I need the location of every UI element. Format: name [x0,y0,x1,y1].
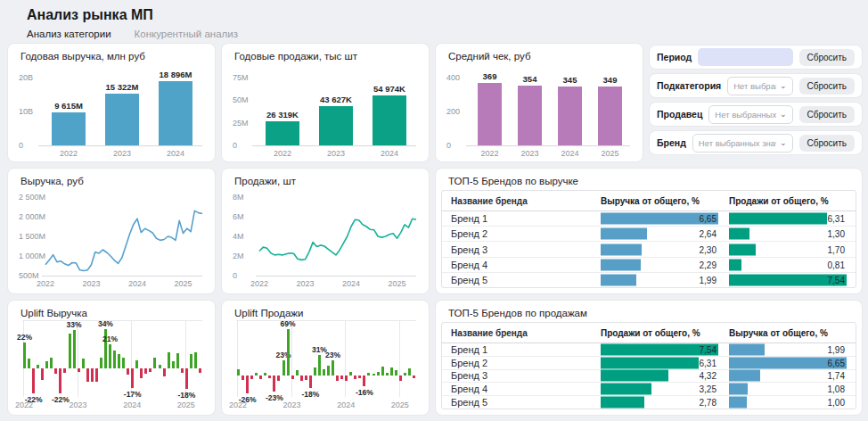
chevron-down-icon: ⌄ [780,110,787,119]
percent-bar [601,274,636,285]
uplift-bar-negative [305,376,307,380]
select-placeholder: Нет выбранных значений [733,81,776,91]
reset-brand-button[interactable]: Сбросить [799,135,855,152]
uplift-bar-negative [246,376,249,393]
uplift-bar-positive [113,351,116,367]
uplift-value-label: -17% [124,390,142,399]
brand-select[interactable]: Нет выбранных значений ⌄ [692,134,793,153]
table-header-col1: Выручка от общего, % [601,196,718,206]
uplift-bar-positive [45,361,48,368]
percent-bar-cell: 1,30 [729,227,847,241]
percent-value: 6,65 [700,214,717,224]
y-axis-label: 1 500M [19,232,45,241]
x-axis-label: 2023 [70,400,87,409]
chart-title: Выручка, руб [20,176,84,186]
uplift-bar-negative [358,376,361,378]
table-header-col2: Продажи от общего, % [729,196,847,206]
brand-name: Бренд 3 [451,244,590,255]
period-input[interactable] [698,48,792,66]
uplift-value-label: -23% [266,393,283,402]
uplift-bar-positive [172,361,175,368]
chart-title: Uplift Продажи [234,308,303,318]
uplift-revenue-chart: 202220232024202522%-22%-22%33%34%21%-17%… [19,320,206,413]
y-axis-label: 8M [233,193,244,202]
percent-bar-cell: 6,31 [601,357,718,369]
year-gridline [78,320,78,397]
reset-seller-button[interactable]: Сбросить [799,106,855,123]
uplift-bar-negative [354,376,356,379]
uplift-bar-positive [323,369,325,376]
percent-value: 0,81 [828,260,845,269]
year-gridline [237,320,238,397]
subcategory-select[interactable]: Нет выбранных значений ⌄ [727,77,792,95]
brand-name: Бренд 1 [451,344,590,355]
card-avg-check: Средний чек, руб 02004003692022354202334… [435,43,643,162]
chevron-down-icon: ⌄ [780,81,787,90]
uplift-value-label: 33% [67,320,82,329]
bar-value-label: 345 [563,75,577,85]
uplift-bar-negative [277,376,280,380]
x-axis-line [252,145,416,146]
table-row: Бренд 42,290,81 [442,257,856,272]
filter-label-brand: Бренд [657,137,686,148]
uplift-bar-negative [268,376,271,378]
uplift-bar-negative [309,376,312,388]
percent-bar-cell: 1,00 [729,396,847,409]
uplift-bar-positive [255,373,258,376]
seller-select[interactable]: Нет выбранных значений ⌄ [708,105,792,124]
percent-bar [729,370,760,382]
reset-subcategory-button[interactable]: Сбросить [799,78,855,95]
top-brands-revenue-table: Название брендаВыручка от общего, %Прода… [441,190,856,288]
percent-bar [601,244,642,255]
reset-period-button[interactable]: Сбросить [799,49,855,66]
uplift-bar-negative [300,376,303,380]
bar [478,83,503,145]
uplift-value-label: -22% [52,395,70,404]
uplift-bar-negative [95,368,98,382]
percent-value: 2,29 [700,260,717,269]
percent-bar-cell: 1,99 [601,273,718,287]
uplift-bar-negative [181,368,184,373]
brand-name: Бренд 1 [451,213,590,224]
x-axis-label: 2025 [177,400,195,409]
brand-name: Бренд 2 [451,358,590,368]
percent-bar-cell: 7,54 [601,343,718,356]
filter-label-period: Период [657,52,692,62]
uplift-bar-positive [37,365,39,368]
uplift-bar-positive [381,367,384,376]
table-header-col1: Продажи от общего, % [601,328,718,338]
uplift-bar-positive [135,360,138,368]
percent-bar-cell: 1,99 [729,343,847,356]
bar [159,81,192,145]
percent-value: 2,64 [700,229,717,239]
uplift-value-label: 22% [17,333,32,342]
uplift-value-label: 69% [281,319,296,328]
bar-value-label: 369 [483,71,497,81]
percent-bar [601,370,668,382]
uplift-value-label: -16% [356,388,373,397]
x-axis-label: 2022 [480,149,498,158]
percent-bar-cell: 7,54 [729,273,847,287]
uplift-bar-negative [140,368,143,379]
percent-bar-cell: 3,25 [601,383,718,395]
bar [518,86,543,145]
percent-value: 1,08 [828,384,845,394]
brand-name: Бренд 4 [451,384,590,394]
uplift-bar-negative [340,376,343,379]
filter-subcategory: Подкатегория Нет выбранных значений ⌄ Сб… [649,73,863,98]
card-annual-sales: Годовые продажи, тыс шт 025M50M75M26 319… [221,43,430,162]
uplift-bar-negative [413,376,415,377]
uplift-bar-negative [259,376,262,379]
percent-bar [601,228,647,240]
uplift-bar-positive [377,372,380,376]
uplift-bar-negative [273,376,275,391]
uplift-bar-positive [404,373,406,376]
uplift-bar-positive [82,359,85,367]
percent-bar [601,397,644,409]
uplift-bar-positive [50,358,53,368]
card-top-brands-sales: ТОП-5 Брендов по продажам Название бренд… [435,300,863,416]
table-row: Бренд 26,316,65 [442,356,856,369]
bar [373,95,405,145]
uplift-bar-positive [408,368,411,376]
x-axis-label: 2023 [520,149,538,158]
